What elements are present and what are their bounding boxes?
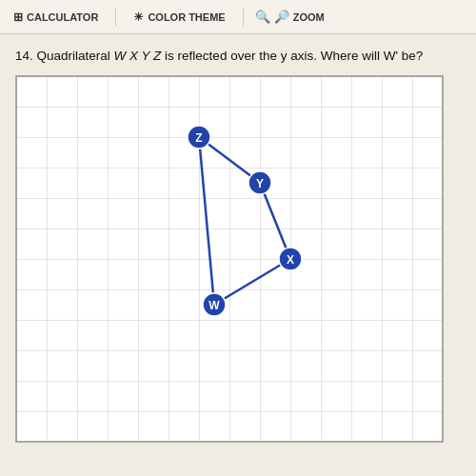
question-number: 14. (15, 49, 33, 63)
question-body: Quadrilateral W X Y Z is reflected over … (37, 49, 424, 63)
svg-text:Z: Z (195, 131, 202, 145)
svg-text:Y: Y (256, 177, 264, 190)
toolbar-divider-2 (243, 8, 244, 27)
color-theme-button[interactable]: ☀ COLOR THEME (128, 7, 230, 28)
svg-text:X: X (287, 253, 294, 267)
svg-text:W: W (208, 299, 220, 312)
color-theme-icon: ☀ (133, 10, 144, 24)
coordinate-grid: Z Y X W (15, 75, 444, 443)
svg-rect-0 (16, 76, 443, 442)
toolbar: ⊞ CALCULATOR ☀ COLOR THEME 🔍 🔎 ZOOM (0, 0, 476, 34)
zoom-in-button[interactable]: 🔎 (274, 10, 289, 24)
calculator-icon: ⊞ (13, 10, 23, 24)
question-text: 14. Quadrilateral W X Y Z is reflected o… (15, 48, 461, 66)
zoom-label: ZOOM (293, 11, 325, 23)
calculator-label: CALCULATOR (27, 11, 98, 23)
color-theme-label: COLOR THEME (148, 11, 225, 23)
zoom-controls: 🔍 🔎 ZOOM (255, 10, 325, 24)
calculator-button[interactable]: ⊞ CALCULATOR (8, 7, 104, 28)
grid-svg: Z Y X W (16, 76, 443, 442)
content-area: 14. Quadrilateral W X Y Z is reflected o… (0, 34, 476, 456)
toolbar-divider-1 (115, 8, 116, 27)
zoom-out-button[interactable]: 🔍 (255, 10, 270, 24)
